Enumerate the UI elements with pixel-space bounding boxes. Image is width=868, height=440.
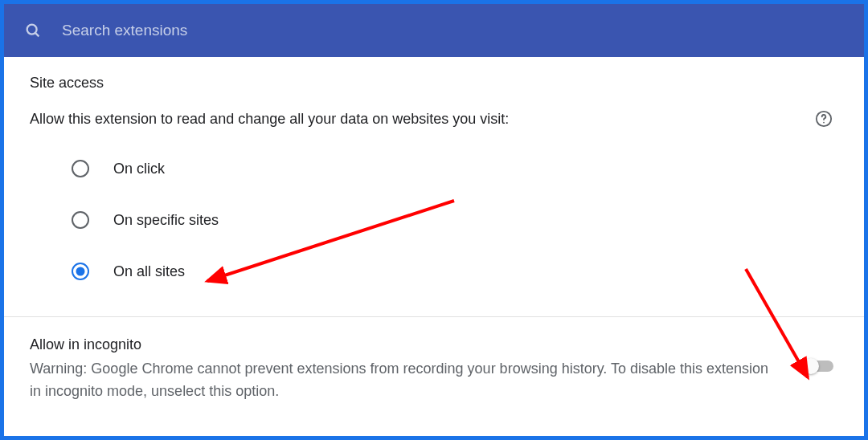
help-icon[interactable] [814, 109, 833, 128]
radio-label: On all sites [113, 263, 185, 280]
site-access-radio-group: On click On specific sites On all sites [30, 143, 838, 297]
svg-point-3 [823, 122, 825, 124]
radio-icon [72, 160, 89, 177]
site-access-description: Allow this extension to read and change … [30, 111, 509, 128]
svg-point-0 [27, 25, 37, 35]
incognito-warning: Warning: Google Chrome cannot prevent ex… [30, 358, 772, 403]
search-bar [4, 4, 864, 57]
radio-on-specific-sites[interactable]: On specific sites [72, 194, 838, 246]
radio-label: On specific sites [113, 212, 219, 229]
site-access-section: Site access Allow this extension to read… [4, 57, 864, 316]
svg-line-1 [35, 33, 39, 36]
radio-label: On click [113, 161, 165, 177]
toggle-knob [803, 358, 819, 374]
search-input[interactable] [62, 22, 845, 39]
radio-icon [72, 211, 89, 229]
search-icon [23, 21, 43, 40]
radio-icon-selected [72, 263, 89, 280]
incognito-toggle[interactable] [805, 361, 833, 372]
allow-in-incognito-section: Allow in incognito Warning: Google Chrom… [4, 317, 864, 422]
incognito-title: Allow in incognito [30, 336, 772, 353]
radio-on-click[interactable]: On click [72, 143, 838, 194]
site-access-title: Site access [30, 75, 838, 92]
radio-on-all-sites[interactable]: On all sites [72, 246, 838, 297]
